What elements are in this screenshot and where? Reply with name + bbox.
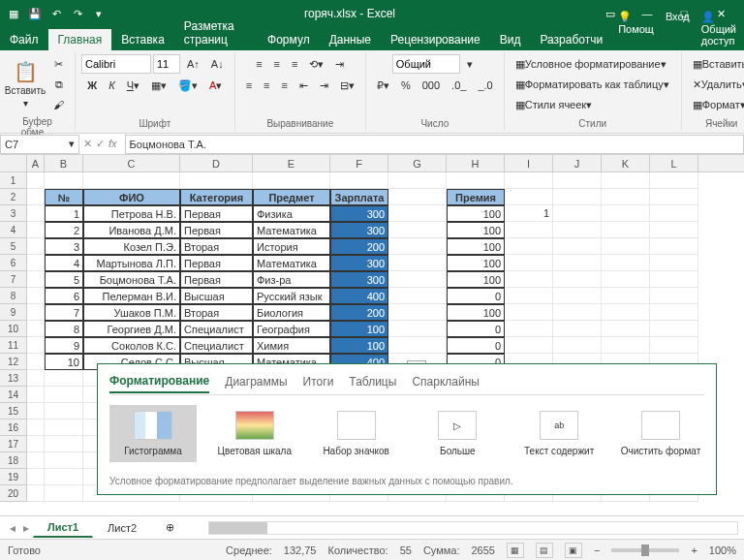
- row-header[interactable]: 15: [0, 403, 27, 420]
- cell[interactable]: [388, 288, 447, 304]
- orientation-button[interactable]: ⟲▾: [304, 54, 328, 74]
- col-K[interactable]: K: [602, 155, 650, 171]
- cell[interactable]: [505, 238, 553, 255]
- cell[interactable]: [27, 205, 45, 222]
- font-size-select[interactable]: [153, 54, 180, 74]
- cell[interactable]: 0: [447, 288, 505, 304]
- cell[interactable]: [388, 255, 447, 271]
- cell[interactable]: 6: [45, 288, 83, 304]
- cell[interactable]: 200: [330, 304, 388, 321]
- cell[interactable]: [602, 205, 650, 222]
- accounting-button[interactable]: ₽▾: [372, 76, 394, 95]
- cell[interactable]: 7: [45, 304, 83, 321]
- cell[interactable]: [505, 189, 553, 205]
- delete-cells-button[interactable]: ✕ Удалить ▾: [688, 75, 744, 94]
- row-header[interactable]: 6: [0, 255, 27, 271]
- cell[interactable]: [388, 321, 447, 337]
- cell[interactable]: [388, 337, 447, 354]
- row-header[interactable]: 1: [0, 172, 27, 189]
- cell[interactable]: 300: [330, 205, 388, 222]
- cell[interactable]: Категория: [180, 189, 253, 205]
- name-box[interactable]: C7▾: [0, 135, 79, 154]
- popout-item-text[interactable]: abТекст содержит: [515, 405, 603, 462]
- cell[interactable]: Первая: [180, 205, 253, 222]
- cell[interactable]: 1: [45, 205, 83, 222]
- spreadsheet-grid[interactable]: A B C D E F G H I J K L 12№ФИОКатегорияП…: [0, 155, 744, 533]
- cell[interactable]: [330, 172, 388, 189]
- cell[interactable]: Предмет: [253, 189, 330, 205]
- tab-formulas[interactable]: Формул: [258, 29, 320, 50]
- cell[interactable]: Высшая: [180, 288, 253, 304]
- cell[interactable]: 100: [447, 271, 505, 288]
- copy-button[interactable]: ⧉: [48, 75, 69, 94]
- cell[interactable]: 0: [447, 337, 505, 354]
- cell[interactable]: [650, 238, 698, 255]
- cell[interactable]: Мартынова Л.П.: [83, 255, 180, 271]
- cell[interactable]: [27, 238, 45, 255]
- select-all-corner[interactable]: [0, 155, 27, 171]
- cell[interactable]: [505, 255, 553, 271]
- cell[interactable]: 100: [447, 255, 505, 271]
- borders-button[interactable]: ▦▾: [146, 76, 171, 95]
- cell[interactable]: [388, 172, 447, 189]
- row-header[interactable]: 11: [0, 337, 27, 354]
- cell[interactable]: [505, 304, 553, 321]
- font-name-select[interactable]: [81, 54, 151, 74]
- cell[interactable]: [553, 255, 602, 271]
- fill-color-button[interactable]: 🪣▾: [173, 76, 202, 95]
- align-top-button[interactable]: ≡: [251, 54, 266, 74]
- undo-icon[interactable]: ↶: [48, 6, 64, 21]
- cancel-formula-icon[interactable]: ✕: [83, 138, 92, 150]
- col-F[interactable]: F: [330, 155, 388, 171]
- cell[interactable]: [45, 370, 83, 387]
- cell[interactable]: 10: [45, 354, 83, 370]
- qat-more-icon[interactable]: ▾: [91, 6, 107, 21]
- cell[interactable]: 5: [45, 271, 83, 288]
- format-cells-button[interactable]: ▦ Формат ▾: [688, 95, 744, 114]
- cell[interactable]: [45, 387, 83, 403]
- cell[interactable]: [180, 172, 253, 189]
- redo-icon[interactable]: ↷: [70, 6, 85, 21]
- cell[interactable]: [45, 420, 83, 436]
- cell[interactable]: 100: [330, 321, 388, 337]
- row-header[interactable]: 18: [0, 452, 27, 469]
- cell[interactable]: [505, 288, 553, 304]
- popout-item-iconset[interactable]: Набор значков: [313, 405, 400, 462]
- cell[interactable]: [650, 189, 698, 205]
- cell[interactable]: Математика: [253, 255, 330, 271]
- row-header[interactable]: 14: [0, 387, 27, 403]
- horizontal-scrollbar[interactable]: [208, 521, 738, 535]
- cell[interactable]: Петрова Н.В.: [83, 205, 180, 222]
- cell[interactable]: [27, 337, 45, 354]
- popout-tab-tables[interactable]: Таблицы: [349, 375, 396, 392]
- cell[interactable]: [650, 271, 698, 288]
- popout-item-databar[interactable]: Гистограмма: [109, 405, 197, 462]
- cell[interactable]: [27, 452, 45, 469]
- cell[interactable]: [602, 255, 650, 271]
- sheet-tab-1[interactable]: Лист1: [33, 517, 93, 538]
- align-left-button[interactable]: ≡: [241, 76, 257, 95]
- col-H[interactable]: H: [447, 155, 505, 171]
- cell[interactable]: Пелерман В.И.: [83, 288, 180, 304]
- row-header[interactable]: 4: [0, 222, 27, 238]
- cell[interactable]: [45, 403, 83, 420]
- cell[interactable]: №: [45, 189, 83, 205]
- merge-button[interactable]: ⊟▾: [335, 76, 359, 95]
- cell[interactable]: 300: [330, 222, 388, 238]
- row-header[interactable]: 12: [0, 354, 27, 370]
- cell[interactable]: [553, 205, 602, 222]
- cell[interactable]: [27, 172, 45, 189]
- popout-item-greater[interactable]: ▷Больше: [414, 405, 501, 462]
- cell[interactable]: Козел П.Э.: [83, 238, 180, 255]
- cell[interactable]: 100: [330, 337, 388, 354]
- col-L[interactable]: L: [650, 155, 698, 171]
- col-D[interactable]: D: [180, 155, 253, 171]
- cell[interactable]: 9: [45, 337, 83, 354]
- zoom-handle[interactable]: [641, 544, 649, 556]
- row-header[interactable]: 2: [0, 189, 27, 205]
- cell[interactable]: [27, 370, 45, 387]
- cell[interactable]: [650, 172, 698, 189]
- cell[interactable]: [602, 304, 650, 321]
- cell[interactable]: [27, 387, 45, 403]
- sheet-tab-2[interactable]: Лист2: [93, 518, 151, 538]
